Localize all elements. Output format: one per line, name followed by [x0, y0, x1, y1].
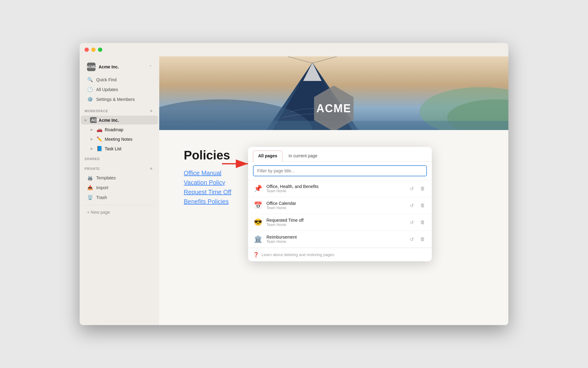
sidebar-item-settings[interactable]: ⚙️ Settings & Members [82, 95, 157, 104]
sidebar-item-quick-find[interactable]: 🔍 Quick Find [82, 75, 157, 84]
list-item[interactable]: 🏛️ Reimbursement Team Home ↺ 🗑 [248, 231, 432, 248]
workspace-name: Acme Inc. [99, 64, 146, 69]
acme-logo: ACME [309, 84, 358, 130]
sidebar-item-trash[interactable]: 🗑️ Trash [82, 193, 157, 202]
sidebar-item-import[interactable]: 📥 Import [82, 183, 157, 192]
sidebar-item-roadmap[interactable]: ▶ 🚗 Roadmap [81, 125, 158, 134]
main-area: ACME Acme Inc. ⌃ 🔍 Quick Find 🕐 All Upda… [80, 56, 508, 325]
trash-icon: 🗑️ [87, 195, 93, 200]
acme-icon: ACME [90, 117, 97, 123]
sidebar-item-acme-inc[interactable]: ▶ ACME Acme Inc. [81, 116, 158, 125]
restore-button-2[interactable]: ↺ [407, 218, 416, 227]
workspace-add-button[interactable]: + [148, 108, 154, 114]
private-add-button[interactable]: + [148, 166, 154, 172]
delete-button-3[interactable]: 🗑 [418, 235, 427, 243]
filter-input[interactable] [253, 165, 427, 176]
sidebar-item-quick-find-label: Quick Find [96, 77, 117, 82]
title-bar [80, 43, 508, 56]
delete-restore-popup: All pages In current page 📌 Office, [248, 147, 432, 261]
sidebar-item-import-label: Import [96, 185, 108, 190]
new-page-label: + New page [87, 210, 110, 215]
item-emoji-0: 📌 [253, 185, 263, 193]
tree-chevron-icon: ▶ [83, 118, 88, 123]
popup-footer: ❓ Learn about deleting and restoring pag… [248, 248, 432, 261]
hex-background: ACME [311, 86, 357, 130]
workspace-section-label: WORKSPACE + [80, 104, 159, 115]
item-emoji-2: 😎 [253, 218, 263, 226]
sidebar-item-meeting-notes-label: Meeting Notes [105, 137, 156, 142]
item-emoji-3: 🏛️ [253, 235, 263, 243]
item-emoji-1: 📅 [253, 201, 263, 209]
item-info-0: Office, Health, and Benefits Team Home [266, 184, 404, 193]
item-subtitle-2: Team Home [266, 223, 404, 227]
item-info-2: Requested Time off Team Home [266, 218, 404, 227]
delete-button-0[interactable]: 🗑 [418, 184, 427, 193]
item-info-1: Office Calendar Team Home [266, 201, 404, 210]
roadmap-emoji-icon: 🚗 [96, 127, 103, 132]
gear-icon: ⚙️ [87, 97, 93, 102]
help-icon: ❓ [253, 252, 259, 258]
item-actions-1: ↺ 🗑 [407, 201, 427, 210]
meeting-notes-chevron-icon: ▶ [89, 137, 94, 142]
delete-button-1[interactable]: 🗑 [418, 201, 427, 210]
new-page-button[interactable]: + New page [82, 208, 157, 217]
sidebar-item-templates[interactable]: 🖨️ Templates [82, 173, 157, 182]
sidebar-divider [85, 205, 154, 205]
list-item[interactable]: 📌 Office, Health, and Benefits Team Home… [248, 180, 432, 197]
item-title-0: Office, Health, and Benefits [266, 184, 404, 189]
traffic-lights [85, 48, 102, 52]
task-list-chevron-icon: ▶ [89, 146, 94, 151]
sidebar-item-task-list-label: Task List [105, 146, 156, 151]
app-window: ACME Acme Inc. ⌃ 🔍 Quick Find 🕐 All Upda… [80, 43, 508, 325]
tab-in-current-page[interactable]: In current page [284, 151, 322, 161]
import-icon: 📥 [87, 185, 93, 190]
sidebar-item-all-updates[interactable]: 🕐 All Updates [82, 85, 157, 94]
item-title-3: Reimbursement [266, 235, 404, 240]
search-icon: 🔍 [87, 77, 93, 82]
popup-footer-text[interactable]: Learn about deleting and restoring pages [262, 252, 334, 257]
clock-icon: 🕐 [87, 87, 93, 92]
maximize-button[interactable] [98, 48, 102, 52]
item-actions-0: ↺ 🗑 [407, 184, 427, 193]
templates-icon: 🖨️ [87, 175, 93, 181]
popup-search-area [248, 162, 432, 180]
minimize-button[interactable] [91, 48, 96, 52]
sidebar-item-all-updates-label: All Updates [96, 87, 118, 92]
sidebar-item-meeting-notes[interactable]: ▶ ✏️ Meeting Notes [81, 135, 158, 144]
sidebar-item-trash-label: Trash [96, 195, 107, 200]
item-subtitle-1: Team Home [266, 206, 404, 210]
item-actions-3: ↺ 🗑 [407, 235, 427, 243]
item-info-3: Reimbursement Team Home [266, 235, 404, 244]
sidebar: ACME Acme Inc. ⌃ 🔍 Quick Find 🕐 All Upda… [80, 56, 159, 325]
item-subtitle-0: Team Home [266, 189, 404, 193]
workspace-header[interactable]: ACME Acme Inc. ⌃ [82, 60, 157, 74]
list-item[interactable]: 😎 Requested Time off Team Home ↺ 🗑 [248, 214, 432, 231]
popup-tabs: All pages In current page [248, 147, 432, 162]
tab-all-pages[interactable]: All pages [253, 151, 282, 162]
item-title-1: Office Calendar [266, 201, 404, 206]
sidebar-item-acme-inc-label: Acme Inc. [99, 118, 156, 123]
workspace-chevron-icon: ⌃ [149, 65, 152, 69]
sidebar-item-task-list[interactable]: ▶ 📘 Task List [81, 144, 158, 153]
meeting-notes-emoji-icon: ✏️ [96, 136, 103, 142]
content-area: ACME Policies Office Manual Vacation Pol… [159, 56, 508, 325]
item-subtitle-3: Team Home [266, 240, 404, 244]
shared-section-label: SHARED [80, 153, 159, 162]
list-item[interactable]: 📅 Office Calendar Team Home ↺ 🗑 [248, 197, 432, 214]
restore-button-1[interactable]: ↺ [407, 201, 416, 210]
item-title-2: Requested Time off [266, 218, 404, 223]
hero-banner: ACME [159, 56, 508, 130]
delete-button-2[interactable]: 🗑 [418, 218, 427, 227]
sidebar-item-roadmap-label: Roadmap [105, 127, 156, 132]
popup-items-list: 📌 Office, Health, and Benefits Team Home… [248, 180, 432, 248]
sidebar-item-templates-label: Templates [96, 175, 116, 180]
item-actions-2: ↺ 🗑 [407, 218, 427, 227]
roadmap-chevron-icon: ▶ [89, 127, 94, 132]
private-section-label: PRIVATE + [80, 162, 159, 173]
close-button[interactable] [85, 48, 89, 52]
restore-button-0[interactable]: ↺ [407, 184, 416, 193]
sidebar-item-settings-label: Settings & Members [96, 97, 135, 102]
workspace-icon: ACME [87, 63, 96, 71]
restore-button-3[interactable]: ↺ [407, 235, 416, 243]
acme-logo-text: ACME [316, 102, 351, 115]
